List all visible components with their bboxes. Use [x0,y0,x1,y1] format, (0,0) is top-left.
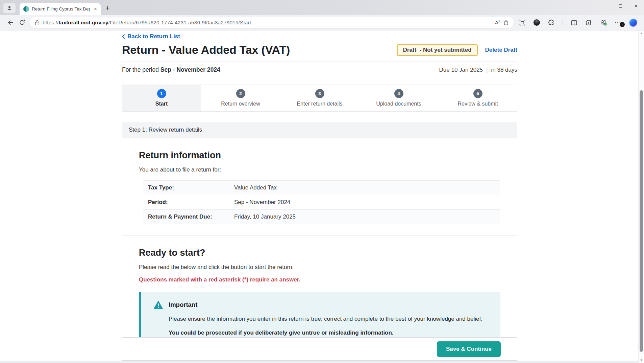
step-label: Enter return details [297,101,342,107]
window-controls: — × [596,0,644,12]
minimize-button[interactable]: — [596,0,612,12]
back-to-return-list-link[interactable]: Back to Return List [122,33,180,40]
tab-title: Return Filing Cyprus Tax Departm [32,6,90,12]
title-row: Return - Value Added Tax (VAT) Draft - N… [122,43,517,56]
save-continue-button[interactable]: Save & Continue [437,341,501,357]
window-close-icon: × [635,3,638,9]
row-value: Friday, 10 January 2025 [229,210,500,224]
tab-close-icon[interactable]: × [93,6,98,12]
row-label: Return & Payment Due: [143,210,229,224]
row-label: Period: [143,195,229,210]
maximize-button[interactable] [612,0,628,12]
due-separator: | [486,67,488,73]
step-panel: Step 1: Review return details Return inf… [122,122,517,360]
url-text: https://taxforall.mof.gov.cy/FileReturn/… [43,20,492,26]
step-number: 2 [236,89,245,98]
page-viewport: Back to Return List Return - Value Added… [0,30,644,363]
return-information-intro: You are about to file a return for: [139,166,500,173]
copilot-icon[interactable] [629,19,637,27]
return-info-table: Tax Type: Value Added Tax Period: Sep - … [143,180,500,224]
section-divider [122,235,517,235]
scroll-up-arrow[interactable]: ▲ [639,32,644,35]
period-row: For the period Sep - November 2024 Due 1… [122,66,517,73]
scrollbar[interactable]: ▲ ▼ [638,30,644,363]
lock-icon[interactable] [35,20,40,25]
return-filing-page: Back to Return List Return - Value Added… [122,30,517,360]
return-information-heading: Return information [139,150,500,161]
return-information-section: Return information You are about to file… [122,150,517,224]
due-text: Due 10 Jan 2025 | in 38 days [439,67,517,73]
favorites-star-icon[interactable] [503,19,509,26]
profile-avatar-icon [6,5,13,11]
split-screen-icon[interactable] [571,19,577,26]
scrollbar-thumb[interactable] [640,90,643,352]
due-date: Due 10 Jan 2025 [439,67,483,73]
screenshot-icon[interactable] [519,19,526,26]
page-title: Return - Value Added Tax (VAT) [122,43,397,56]
step-panel-header: Step 1: Review return details [122,122,517,138]
refresh-icon [19,19,25,26]
browser-essentials-icon[interactable] [600,19,607,26]
collections-icon[interactable] [585,19,592,26]
toolbar-divider [563,19,563,26]
toolbar-extensions-area: ··· ↑ [516,19,639,27]
url-path: /FileReturn/6795a620-1774-4231-a536-9f0a… [108,20,251,25]
step-label: Return overview [221,101,260,107]
due-countdown: in 38 days [491,67,518,73]
step-label: Review & submit [457,101,498,107]
extensions-puzzle-icon[interactable] [548,19,555,26]
refresh-button[interactable] [16,17,28,28]
update-badge: ↑ [620,22,625,27]
title-divider [122,62,517,62]
address-bar[interactable]: https://taxforall.mof.gov.cy/FileReturn/… [30,17,514,28]
ready-to-start-heading: Ready to start? [139,248,500,258]
table-row: Return & Payment Due: Friday, 10 January… [143,210,500,224]
chevron-left-icon [122,34,125,39]
url-scheme: https:// [43,20,58,25]
browser-window: Return Filing Cyprus Tax Departm × + — × [0,0,644,363]
profile-button[interactable] [3,3,16,13]
back-arrow-icon [7,19,14,26]
step-number: 4 [394,89,403,98]
step-enter-return-details[interactable]: 3 Enter return details [280,85,359,111]
read-aloud-mark-icon: ) [499,19,500,23]
delete-draft-link[interactable]: Delete Draft [485,47,517,53]
step-start[interactable]: 1 Start [122,85,201,111]
extension-sphere-icon[interactable] [534,19,540,26]
step-label: Start [155,101,168,107]
page-bottom-strip [0,361,644,363]
important-heading: Important [169,301,482,309]
wizard-stepper: 1 Start 2 Return overview 3 Enter return… [122,85,517,112]
important-line1: Please ensure the information you enter … [169,316,482,322]
row-value: Value Added Tax [229,181,500,195]
scroll-down-arrow[interactable]: ▼ [639,359,644,362]
warning-triangle-icon [154,301,163,309]
row-label: Tax Type: [143,181,229,195]
tab-strip: Return Filing Cyprus Tax Departm × + — × [0,0,644,15]
asterisk-warning: Questions marked with a red asterisk (*)… [139,276,500,283]
table-row: Tax Type: Value Added Tax [143,181,500,195]
read-aloud-icon: A [495,20,498,25]
action-footer: Save & Continue [122,337,517,361]
window-close-button[interactable]: × [628,0,644,12]
maximize-icon [619,4,622,8]
step-upload-documents[interactable]: 4 Upload documents [359,85,438,111]
browser-toolbar: https://taxforall.mof.gov.cy/FileReturn/… [0,15,644,30]
site-favicon-icon [23,6,29,12]
settings-menu-button[interactable]: ··· ↑ [615,20,621,26]
step-number: 3 [315,89,324,98]
period-value: Sep - November 2024 [160,66,220,73]
step-return-overview[interactable]: 2 Return overview [201,85,280,111]
new-tab-button[interactable]: + [105,4,110,12]
step-review-submit[interactable]: 5 Review & submit [438,85,517,111]
step-number: 5 [473,89,482,98]
step-label: Upload documents [376,101,421,107]
browser-tab[interactable]: Return Filing Cyprus Tax Departm × [20,3,101,15]
url-domain: taxforall.mof.gov.cy [58,20,108,25]
row-value: Sep - November 2024 [229,195,500,210]
read-aloud-button[interactable]: A) [495,20,500,25]
table-row: Period: Sep - November 2024 [143,195,500,210]
back-button[interactable] [5,17,16,28]
period-text: For the period Sep - November 2024 [122,66,220,73]
ready-intro: Please read the below and click the butt… [139,264,500,271]
